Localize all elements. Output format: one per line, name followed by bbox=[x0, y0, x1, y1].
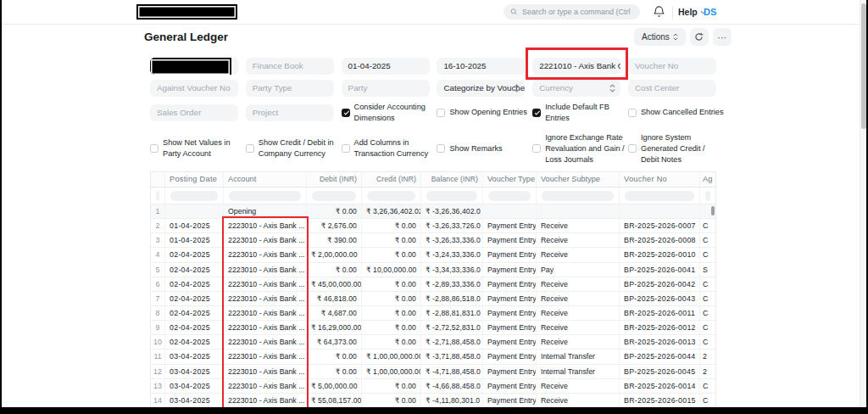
column-header[interactable]: Voucher No bbox=[620, 172, 700, 187]
global-search-input[interactable]: Search or type a command (Ctrl + G) bbox=[504, 4, 640, 20]
table-cell: 02-04-2025 bbox=[165, 292, 224, 305]
table-cell: ₹ 0.00 bbox=[362, 277, 421, 291]
refresh-button[interactable] bbox=[690, 28, 709, 46]
table-cell bbox=[537, 204, 620, 218]
table-cell: ₹ 0.00 bbox=[362, 248, 421, 261]
column-filter-input[interactable] bbox=[488, 191, 531, 201]
column-header[interactable]: Balance (INR) bbox=[421, 172, 483, 187]
party-type-filter[interactable]: Party Type bbox=[246, 80, 334, 97]
voucher-no-filter[interactable]: Voucher No bbox=[628, 58, 716, 75]
column-header[interactable]: Ag bbox=[700, 172, 715, 187]
row-number-cell: 8 bbox=[151, 306, 165, 320]
show-cancelled-entries-label: Show Cancelled Entries bbox=[641, 107, 724, 118]
checkbox-unchecked-icon bbox=[628, 144, 637, 153]
column-header[interactable]: Account bbox=[224, 172, 307, 187]
project-filter-text: Project bbox=[253, 108, 279, 117]
table-cell: 01-04-2025 bbox=[165, 219, 224, 232]
column-filter-input[interactable] bbox=[625, 191, 694, 201]
table-cell: BR-2025-2026-0013 bbox=[620, 335, 700, 349]
row-number-cell: 6 bbox=[151, 277, 165, 291]
consider-accounting-dimensions-checkbox[interactable]: Consider Accounting Dimensions bbox=[342, 102, 437, 124]
include-default-fb-entries-checkbox[interactable]: Include Default FB Entries bbox=[532, 102, 628, 124]
column-filter-input[interactable] bbox=[229, 191, 301, 201]
table-cell: 02-04-2025 bbox=[165, 306, 224, 320]
column-filter-input[interactable] bbox=[367, 191, 415, 201]
column-filter-input[interactable] bbox=[542, 191, 614, 201]
table-cell: 03-04-2025 bbox=[165, 365, 224, 378]
checkbox-unchecked-icon bbox=[532, 144, 541, 153]
show-opening-entries-checkbox[interactable]: Show Opening Entries bbox=[437, 107, 532, 118]
from-date-filter[interactable]: 01-04-2025 bbox=[342, 58, 430, 75]
against-voucher-no-filter[interactable]: Against Voucher No bbox=[150, 80, 238, 97]
ignore-system-generated-notes-checkbox[interactable]: Ignore System Generated Credit / Debit N… bbox=[628, 132, 724, 165]
table-cell: BR-2025-2026-0008 bbox=[620, 233, 700, 247]
show-opening-entries-label: Show Opening Entries bbox=[449, 107, 526, 118]
table-cell: 03-04-2025 bbox=[165, 394, 224, 407]
table-cell: Payment Entry bbox=[483, 379, 537, 393]
table-cell: BR-2025-2026-0012 bbox=[620, 321, 700, 334]
column-filter-input[interactable] bbox=[156, 191, 159, 201]
column-header[interactable] bbox=[151, 172, 165, 187]
column-header[interactable]: Credit (INR) bbox=[362, 172, 421, 187]
column-filter-input[interactable] bbox=[426, 191, 477, 201]
table-cell: Receive bbox=[537, 321, 620, 334]
column-header[interactable]: Debit (INR) bbox=[307, 172, 362, 187]
party-filter-text: Party bbox=[348, 83, 368, 92]
column-filter-input[interactable] bbox=[312, 191, 356, 201]
column-filter-input[interactable] bbox=[170, 191, 218, 201]
actions-button[interactable]: Actions bbox=[634, 28, 686, 46]
table-cell: Receive bbox=[537, 277, 620, 291]
party-filter[interactable]: Party bbox=[342, 80, 430, 97]
table-cell: ₹ 0.00 bbox=[362, 321, 421, 334]
table-cell: Payment Entry bbox=[483, 335, 537, 349]
table-cell: ₹ 1,00,00,000.00 bbox=[362, 365, 421, 378]
table-cell: ₹ 0.00 bbox=[362, 306, 421, 320]
window-scrollbar-thumb[interactable] bbox=[861, 3, 866, 129]
voucher-no-filter-text: Voucher No bbox=[635, 61, 678, 70]
app-logo-redacted[interactable] bbox=[136, 4, 237, 20]
more-options-button[interactable]: ··· bbox=[713, 28, 732, 46]
table-scrollbar-thumb[interactable] bbox=[711, 206, 715, 215]
chevron-updown-icon bbox=[514, 84, 520, 92]
table-cell: ₹ -2,71,88,458.0 bbox=[421, 335, 483, 349]
actions-label: Actions bbox=[642, 32, 670, 42]
categorize-by-voucher-filter[interactable]: Categorize by Voucher ( bbox=[437, 80, 525, 97]
categorize-by-voucher-filter-text: Categorize by Voucher ( bbox=[443, 83, 525, 92]
column-header[interactable]: Posting Date bbox=[165, 172, 224, 187]
checkbox-checked-icon bbox=[342, 109, 350, 117]
show-remarks-checkbox[interactable]: Show Remarks bbox=[437, 143, 532, 154]
table-filter-row bbox=[151, 187, 715, 204]
to-date-filter[interactable]: 16-10-2025 bbox=[437, 58, 525, 75]
sales-order-filter[interactable]: Sales Order bbox=[150, 104, 238, 121]
ignore-exchange-rate-revaluation-checkbox[interactable]: Ignore Exchange Rate Revaluation and Gai… bbox=[532, 132, 628, 165]
show-credit-debit-in-company-currency-label: Show Credit / Debit in Company Currency bbox=[259, 137, 342, 159]
table-cell: Internal Transfer bbox=[537, 350, 620, 363]
finance-book-filter[interactable]: Finance Book bbox=[246, 58, 334, 75]
show-cancelled-entries-checkbox[interactable]: Show Cancelled Entries bbox=[628, 107, 724, 118]
table-cell: BP-2025-2026-0041 bbox=[620, 263, 700, 277]
cost-center-filter[interactable]: Cost Center bbox=[628, 80, 716, 97]
show-net-values-in-party-account-checkbox[interactable]: Show Net Values in Party Account bbox=[150, 137, 246, 159]
navbar-divider bbox=[672, 6, 673, 19]
column-header[interactable]: Voucher Type bbox=[483, 172, 537, 187]
row-number-cell: 10 bbox=[151, 335, 165, 349]
currency-filter[interactable]: Currency bbox=[532, 80, 620, 97]
table-cell: ₹ -3,26,33,726.0 bbox=[421, 219, 483, 232]
help-menu[interactable]: Help bbox=[678, 7, 706, 17]
column-filter-input[interactable] bbox=[705, 191, 710, 201]
row-number-cell: 14 bbox=[151, 394, 165, 407]
row-number-cell: 11 bbox=[151, 350, 165, 363]
sales-order-filter-text: Sales Order bbox=[157, 108, 201, 117]
checkbox-unchecked-icon bbox=[150, 144, 159, 153]
user-avatar[interactable]: DS bbox=[704, 7, 716, 17]
table-cell: Payment Entry bbox=[483, 394, 537, 407]
show-credit-debit-in-company-currency-checkbox[interactable]: Show Credit / Debit in Company Currency bbox=[246, 137, 342, 159]
column-header[interactable]: Voucher Subtype bbox=[537, 172, 620, 187]
table-cell: 2 bbox=[700, 350, 715, 363]
add-columns-in-transaction-currency-checkbox[interactable]: Add Columns in Transaction Currency bbox=[342, 137, 437, 159]
chevron-updown-icon bbox=[673, 33, 678, 41]
notifications-bell-icon[interactable] bbox=[653, 5, 666, 19]
table-cell: 03-04-2025 bbox=[165, 379, 224, 393]
project-filter[interactable]: Project bbox=[246, 104, 334, 121]
company-filter[interactable] bbox=[150, 58, 238, 75]
